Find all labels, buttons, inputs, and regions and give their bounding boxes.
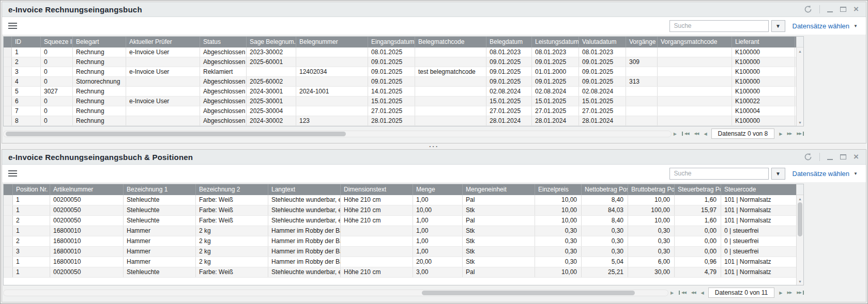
column-header[interactable]: Belegnummer — [296, 37, 368, 47]
column-header[interactable]: Artikelnummer — [50, 184, 124, 195]
column-header[interactable]: Belegdatum — [486, 37, 532, 47]
table-row[interactable]: 216800010Hammer2 kgHammer im Robby der B… — [4, 236, 796, 247]
nav-last-icon[interactable]: ▶▶ — [794, 132, 804, 136]
column-header[interactable] — [4, 37, 12, 47]
column-header[interactable]: Sage Belegnum... — [247, 37, 296, 47]
column-header[interactable]: Valutadatum — [579, 37, 626, 47]
vertical-scrollbar[interactable]: ▲▼ — [796, 37, 803, 126]
menu-icon[interactable] — [8, 170, 17, 177]
nav-next-page-icon[interactable]: ▶▶ — [784, 291, 794, 295]
horizontal-scrollbar[interactable] — [3, 290, 668, 296]
nav-first-icon[interactable]: ◀◀ — [679, 291, 689, 295]
scroll-right-icon[interactable]: ▶ — [674, 132, 677, 136]
column-header[interactable]: Dimensionstext — [341, 184, 413, 195]
scroll-right-icon[interactable]: ▶ — [671, 291, 674, 295]
choose-records-link[interactable]: Datensätze wählen — [793, 170, 850, 178]
table-row[interactable]: 10Rechnunge-Invoice UserAbgeschlossen202… — [4, 47, 796, 57]
search-input[interactable] — [669, 20, 769, 32]
column-header[interactable]: ID — [12, 37, 41, 47]
column-header[interactable]: Position Nr. — [13, 184, 50, 195]
refresh-icon[interactable] — [804, 5, 812, 13]
column-header[interactable] — [4, 184, 13, 195]
column-header[interactable]: Aktueller Prüfer — [126, 37, 200, 47]
nav-last-icon[interactable]: ▶▶ — [794, 291, 804, 295]
panel-splitter[interactable]: ··· — [2, 143, 866, 149]
vertical-scroll-thumb[interactable] — [798, 202, 802, 236]
horizontal-scroll-thumb[interactable] — [6, 132, 346, 136]
table-cell: K100000 — [732, 67, 795, 76]
table-row[interactable]: 100200050StehleuchteFarbe: WeißStehleuch… — [4, 267, 796, 278]
column-header[interactable]: Mengeneinheit — [463, 184, 535, 195]
table-row[interactable]: 53027RechnungAbgeschlossen2024-300012024… — [4, 87, 796, 97]
table-cell — [341, 247, 413, 257]
table-cell — [415, 57, 486, 67]
table-cell: Pal — [463, 195, 535, 205]
menu-icon[interactable] — [8, 23, 17, 29]
maximize-button[interactable] — [840, 154, 846, 159]
nav-prev-icon[interactable]: ◀ — [698, 291, 706, 295]
filter-dropdown-button[interactable]: ▼ — [771, 168, 785, 180]
close-icon[interactable]: × — [854, 153, 859, 161]
column-header[interactable]: Steuerbetrag Pos... — [675, 184, 721, 195]
choose-records-link[interactable]: Datensätze wählen — [793, 22, 850, 30]
table-row[interactable]: 20RechnungAbgeschlossen2025-6000109.01.2… — [4, 57, 796, 67]
nav-next-icon[interactable]: ▶ — [776, 132, 784, 136]
table-row[interactable]: 80RechnungAbgeschlossen2024-3000212328.0… — [4, 116, 796, 126]
table-row[interactable]: 100200050StehleuchteFarbe: WeißStehleuch… — [4, 195, 796, 205]
table-row[interactable]: 40StornorechnungAbgeschlossen2025-600020… — [4, 77, 796, 87]
table-cell — [296, 77, 368, 86]
table-cell: 1,00 — [413, 247, 463, 257]
horizontal-scrollbar[interactable] — [3, 131, 672, 137]
scroll-up-icon[interactable]: ▲ — [797, 47, 803, 55]
column-header[interactable]: Belegart — [73, 37, 126, 47]
column-header[interactable]: Bruttobetrag Pos... — [628, 184, 675, 195]
vertical-scrollbar[interactable]: ▲▼ — [796, 184, 803, 285]
table-row[interactable]: 30Rechnunge-Invoice UserReklamiert124020… — [4, 67, 796, 77]
nav-first-icon[interactable]: ◀◀ — [682, 132, 692, 136]
vertical-scroll-track[interactable] — [797, 55, 803, 119]
table-row[interactable]: 60Rechnunge-Invoice UserAbgeschlossen202… — [4, 97, 796, 106]
scroll-down-icon[interactable]: ▼ — [797, 278, 803, 285]
table-cell: Pal — [463, 267, 535, 277]
column-header[interactable]: Nettobetrag Posi... — [582, 184, 628, 195]
column-header[interactable]: Status — [200, 37, 247, 47]
column-header[interactable]: Bezeichnung 1 — [124, 184, 196, 195]
scroll-up-icon[interactable]: ▲ — [797, 195, 803, 202]
minimize-button[interactable] — [827, 7, 833, 12]
column-header[interactable]: Langtext — [268, 184, 341, 195]
scroll-down-icon[interactable]: ▼ — [797, 119, 803, 126]
maximize-button[interactable] — [840, 7, 846, 12]
close-icon[interactable]: × — [854, 6, 859, 13]
table-row[interactable]: 200200050StehleuchteFarbe: WeißStehleuch… — [4, 216, 796, 226]
column-header[interactable]: Einzelpreis — [535, 184, 582, 195]
column-header[interactable]: Vorgangsmatchcode — [658, 37, 732, 47]
nav-next-page-icon[interactable]: ▶▶ — [784, 132, 794, 136]
table-cell: Farbe: Weiß — [196, 216, 268, 226]
column-header[interactable]: Squeeze ID — [41, 37, 73, 47]
nav-prev-page-icon[interactable]: ◀◀ — [692, 132, 702, 136]
column-header[interactable]: Bezeichnung 2 — [196, 184, 268, 195]
search-input[interactable] — [669, 168, 769, 180]
nav-prev-icon[interactable]: ◀ — [701, 132, 709, 136]
column-header[interactable]: Belegmatchcode — [415, 37, 486, 47]
column-header[interactable]: Eingangsdatum — [368, 37, 415, 47]
nav-next-icon[interactable]: ▶ — [776, 291, 784, 295]
column-header[interactable]: Steuercode — [721, 184, 796, 195]
table-row[interactable]: 100200050StehleuchteFarbe: WeißStehleuch… — [4, 205, 796, 216]
table-row[interactable]: 116800010Hammer2 kgHammer im Robby der B… — [4, 226, 796, 236]
nav-prev-page-icon[interactable]: ◀◀ — [689, 291, 698, 295]
table-row[interactable]: 70RechnungAbgeschlossen2025-3000427.01.2… — [4, 106, 796, 116]
table-row[interactable]: 316800010Hammer2 kgHammer im Robby der B… — [4, 247, 796, 257]
horizontal-scroll-thumb[interactable] — [422, 291, 634, 295]
table-cell: 0 — [41, 106, 73, 116]
column-header[interactable]: Vorgänge — [626, 37, 658, 47]
refresh-icon[interactable] — [804, 153, 812, 161]
column-header[interactable]: Leistungsdatum — [532, 37, 579, 47]
minimize-button[interactable] — [827, 154, 833, 160]
filter-dropdown-button[interactable]: ▼ — [771, 20, 785, 32]
vertical-scroll-track[interactable] — [797, 202, 803, 278]
table-row[interactable]: 116800010Hammer2 kgHammer im Robby der B… — [4, 257, 796, 267]
column-header[interactable]: Menge — [413, 184, 463, 195]
table-cell: Hammer — [124, 226, 196, 236]
column-header[interactable]: Lieferant — [732, 37, 795, 47]
